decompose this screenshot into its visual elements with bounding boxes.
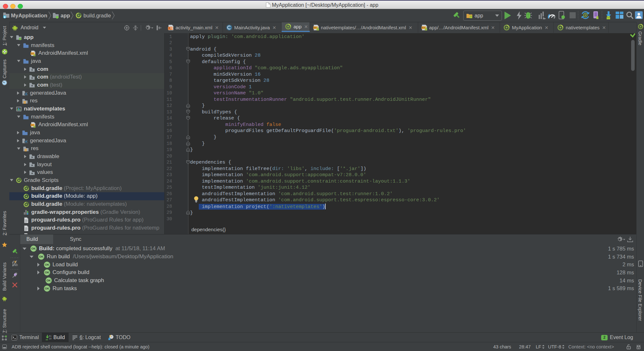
svg-text:01: 01	[49, 335, 51, 337]
svg-text:10: 10	[49, 337, 51, 340]
